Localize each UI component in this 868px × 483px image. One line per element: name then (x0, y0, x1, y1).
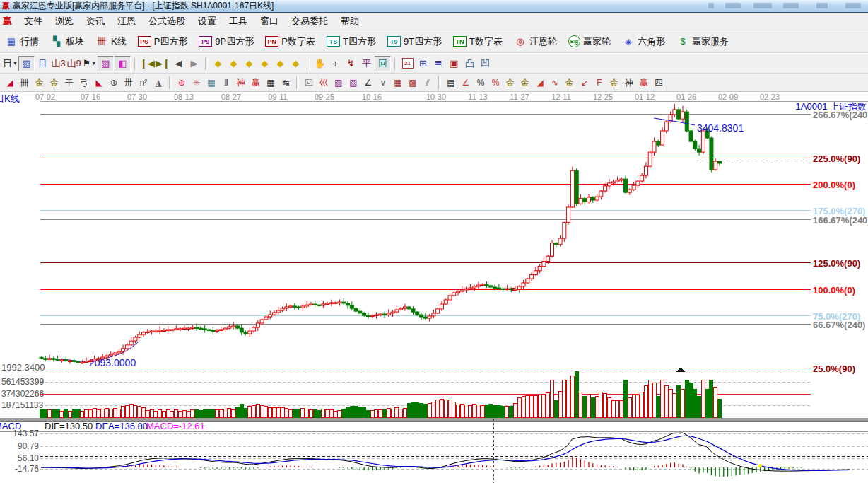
prev-bar-icon[interactable]: ◀ (171, 57, 186, 71)
candle[interactable] (44, 356, 47, 361)
candle[interactable] (420, 313, 423, 320)
circle-3-icon[interactable]: ⊕ (107, 76, 121, 89)
candle[interactable] (632, 182, 635, 191)
volume-bar[interactable] (256, 404, 259, 417)
period-day-icon[interactable]: 日▼ (3, 57, 18, 71)
gann-fan-f-icon[interactable]: 干 (62, 76, 76, 89)
volume-bar[interactable] (652, 383, 656, 417)
volume-bar[interactable] (219, 410, 223, 417)
gold-4-icon[interactable]: 金 (607, 76, 621, 89)
box-fan-1-icon[interactable]: ▨ (332, 76, 346, 89)
candle[interactable] (146, 329, 149, 334)
menu-item-9[interactable]: 帮助 (334, 14, 365, 28)
trend-tool-icon[interactable]: ↯ (344, 57, 358, 71)
four-icon[interactable]: 四 (652, 76, 666, 89)
candle[interactable] (698, 145, 701, 156)
candle[interactable] (166, 326, 170, 334)
gold-3-icon[interactable]: 金 (563, 76, 577, 89)
volume-bar[interactable] (563, 380, 566, 417)
n-square-icon[interactable]: n² (136, 76, 151, 89)
candle[interactable] (522, 280, 525, 289)
candle[interactable] (595, 194, 599, 202)
volume-bar[interactable] (693, 390, 697, 417)
volume-bar[interactable] (452, 402, 456, 417)
zoom-v-icon[interactable]: ◆ (273, 57, 288, 71)
menu-item-0[interactable]: 文件 (18, 14, 49, 28)
candle[interactable] (207, 328, 211, 332)
crosshair-tool-icon[interactable]: ＋ (328, 57, 343, 71)
volume-bar[interactable] (701, 380, 705, 417)
candle[interactable] (142, 331, 146, 337)
gold-grid-1-icon[interactable]: 金 (33, 76, 47, 89)
volume-bar[interactable] (395, 407, 399, 417)
volume-bar[interactable] (632, 395, 635, 417)
box-fan-2-icon[interactable]: ▧ (346, 76, 360, 89)
volume-bar[interactable] (485, 405, 488, 417)
candle[interactable] (40, 356, 43, 359)
volume-bar[interactable] (476, 405, 480, 417)
volume-bar[interactable] (551, 380, 554, 417)
candle[interactable] (158, 326, 162, 334)
candle[interactable] (616, 177, 619, 183)
candle[interactable] (281, 307, 284, 312)
candle[interactable] (134, 336, 137, 344)
candle[interactable] (526, 278, 529, 284)
save-icon[interactable]: ▣ (447, 57, 462, 71)
volume-bar[interactable] (199, 410, 202, 417)
candle[interactable] (407, 305, 411, 310)
ma-9-icon[interactable]: 山9 (66, 57, 81, 71)
ma-3-icon[interactable]: 山3 (51, 57, 66, 71)
volume-bar[interactable] (423, 405, 427, 417)
volume-bar[interactable] (81, 411, 84, 417)
volume-bar[interactable] (72, 410, 76, 417)
zoom-in-h-icon[interactable]: ◆ (257, 57, 272, 71)
pencil-3-icon[interactable]: ◢ (533, 76, 547, 89)
volume-bar[interactable] (669, 390, 672, 417)
volume-bar[interactable] (436, 400, 440, 417)
notes-icon[interactable]: ≣ (431, 57, 446, 71)
volume-bar[interactable] (317, 410, 321, 417)
volume-bar[interactable] (264, 407, 268, 417)
volume-bar[interactable] (203, 410, 206, 417)
candle[interactable] (301, 303, 305, 311)
volume-bar[interactable] (260, 405, 264, 417)
volume-bar[interactable] (546, 393, 550, 417)
toolbar-button-gann-wheel[interactable]: ◎江恩轮 (512, 34, 559, 50)
volume-bar[interactable] (611, 401, 615, 417)
volume-bar[interactable] (542, 394, 546, 417)
volume-bar[interactable] (240, 405, 243, 417)
volume-bar[interactable] (68, 411, 71, 417)
volume-bar[interactable] (269, 408, 272, 417)
candle[interactable] (591, 196, 594, 203)
candle[interactable] (677, 107, 681, 120)
volume-bar[interactable] (129, 405, 133, 417)
candle[interactable] (554, 242, 558, 248)
candle[interactable] (661, 127, 664, 146)
ying-2-icon[interactable]: 赢 (637, 76, 651, 89)
candle[interactable] (636, 180, 640, 189)
volume-bar[interactable] (554, 400, 558, 417)
candle[interactable] (305, 301, 309, 308)
volume-bar[interactable] (375, 410, 378, 417)
candle[interactable] (624, 175, 628, 193)
volume-bar[interactable] (276, 408, 280, 417)
volume-bar[interactable] (489, 405, 493, 417)
volume-bar[interactable] (558, 391, 562, 417)
volume-bar[interactable] (285, 409, 288, 417)
volume-bar[interactable] (56, 410, 59, 417)
candle[interactable] (599, 190, 603, 200)
toolbar-button-winner-service[interactable]: $赢家服务 (674, 34, 731, 50)
candle[interactable] (693, 139, 697, 150)
candle[interactable] (664, 120, 668, 133)
volume-bar[interactable] (624, 380, 628, 417)
volume-bar[interactable] (497, 406, 500, 417)
menu-item-1[interactable]: 浏览 (49, 14, 80, 28)
volume-bar[interactable] (162, 411, 165, 417)
first-bar-icon[interactable]: ❙◀ (140, 57, 155, 71)
candle[interactable] (501, 286, 505, 292)
candle[interactable] (309, 302, 312, 305)
toolbar-button-9p-square[interactable]: P99P四方形 (197, 34, 256, 50)
candle[interactable] (485, 281, 488, 288)
candle[interactable] (256, 320, 259, 331)
volume-bar[interactable] (170, 411, 174, 417)
